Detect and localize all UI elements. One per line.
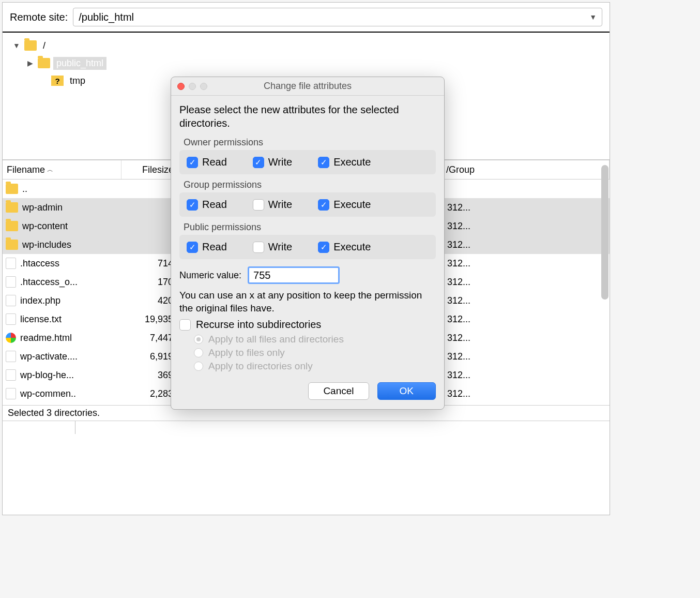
- file-size: 19,935: [121, 314, 178, 325]
- dialog-title: Change file attributes: [171, 81, 444, 92]
- file-size: 714: [121, 258, 178, 269]
- file-size: 170: [121, 277, 178, 288]
- file-name: ..: [22, 184, 27, 195]
- public-permissions: Public permissions ✓Read Write ✓Execute: [179, 220, 436, 259]
- folder-icon: [24, 40, 37, 51]
- bottom-splitter[interactable]: [3, 421, 610, 434]
- cancel-button[interactable]: Cancel: [308, 382, 369, 400]
- checkmark-icon: ✓: [187, 157, 198, 168]
- folder-icon: [6, 184, 18, 194]
- group-read-checkbox[interactable]: ✓Read: [187, 199, 227, 211]
- file-name: wp-admin: [22, 202, 63, 213]
- tree-root-label: /: [40, 39, 49, 52]
- numeric-value-input[interactable]: [248, 266, 340, 284]
- public-write-checkbox[interactable]: Write: [253, 241, 292, 253]
- file-size: 369: [121, 370, 178, 381]
- dialog-titlebar[interactable]: Change file attributes: [171, 77, 444, 96]
- change-attributes-dialog: Change file attributes Please select the…: [171, 77, 445, 410]
- file-icon: [6, 369, 16, 381]
- expand-icon[interactable]: ▶: [25, 59, 35, 67]
- checkbox-icon: [179, 319, 191, 331]
- file-name: wp-commen..: [20, 388, 76, 399]
- checkmark-icon: ✓: [253, 157, 264, 168]
- chevron-down-icon[interactable]: ▼: [589, 13, 597, 21]
- public-execute-checkbox[interactable]: ✓Execute: [318, 241, 371, 253]
- checkmark-icon: ✓: [187, 199, 198, 211]
- file-size: 420: [121, 295, 178, 306]
- dialog-instruction: Please select the new attributes for the…: [179, 103, 436, 130]
- file-name: wp-includes: [22, 240, 71, 250]
- remote-site-bar: Remote site: /public_html ▼: [3, 3, 610, 33]
- numeric-value-row: Numeric value:: [179, 266, 436, 284]
- tree-root[interactable]: ▼ /: [12, 37, 600, 54]
- unknown-folder-icon: ?: [51, 76, 64, 86]
- col-filename-label: Filename: [7, 165, 45, 175]
- file-icon: [6, 388, 16, 399]
- apply-dirs-radio: Apply to directories only: [194, 361, 436, 372]
- file-name: index.php: [20, 295, 60, 306]
- col-filesize-label: Filesize: [142, 165, 174, 175]
- checkbox-icon: [253, 242, 264, 253]
- file-icon: [6, 276, 16, 288]
- apply-files-radio: Apply to files only: [194, 347, 436, 358]
- dialog-body: Please select the new attributes for the…: [171, 96, 444, 409]
- tree-item-label: public_html: [53, 57, 106, 70]
- folder-icon: [6, 221, 18, 231]
- col-filesize[interactable]: Filesize: [121, 160, 178, 179]
- apply-all-radio: Apply to all files and directories: [194, 334, 436, 345]
- file-icon: [6, 313, 16, 325]
- folder-icon: [38, 58, 50, 68]
- recurse-checkbox[interactable]: Recurse into subdirectories: [179, 319, 436, 331]
- file-name: readme.html: [20, 333, 72, 343]
- tree-item-label: tmp: [67, 74, 88, 87]
- group-write-checkbox[interactable]: Write: [253, 199, 292, 211]
- remote-site-label: Remote site:: [10, 11, 68, 23]
- file-name: .htaccess_o...: [20, 277, 78, 288]
- file-icon: [6, 295, 16, 306]
- group-permissions: Group permissions ✓Read Write ✓Execute: [179, 177, 436, 217]
- col-filename[interactable]: Filename ︿: [3, 160, 121, 179]
- checkmark-icon: ✓: [318, 157, 329, 168]
- tree-item-public-html[interactable]: ▶ public_html: [25, 54, 600, 72]
- group-title: Group permissions: [179, 177, 436, 192]
- html-icon: [6, 333, 16, 343]
- file-size: 2,283: [121, 388, 178, 399]
- public-read-checkbox[interactable]: ✓Read: [187, 241, 227, 253]
- owner-permissions: Owner permissions ✓Read ✓Write ✓Execute: [179, 135, 436, 174]
- dialog-buttons: Cancel OK: [179, 382, 436, 400]
- file-icon: [6, 351, 16, 362]
- remote-path-input[interactable]: /public_html ▼: [73, 8, 602, 26]
- recurse-label: Recurse into subdirectories: [196, 319, 321, 331]
- file-size: 7,447: [121, 333, 178, 343]
- checkmark-icon: ✓: [187, 242, 198, 253]
- owner-read-checkbox[interactable]: ✓Read: [187, 156, 227, 168]
- scrollbar-vertical[interactable]: [601, 165, 608, 300]
- collapse-icon[interactable]: ▼: [12, 41, 21, 50]
- owner-write-checkbox[interactable]: ✓Write: [253, 156, 292, 168]
- numeric-label: Numeric value:: [179, 270, 241, 281]
- radio-icon: [194, 362, 203, 371]
- file-size: 6,919: [121, 351, 178, 362]
- col-group-label: /Group: [446, 165, 475, 175]
- folder-icon: [6, 240, 18, 250]
- file-name: wp-content: [22, 221, 68, 232]
- file-name: wp-activate....: [20, 351, 78, 362]
- owner-title: Owner permissions: [179, 135, 436, 150]
- remote-path-value: /public_html: [79, 11, 134, 23]
- group-execute-checkbox[interactable]: ✓Execute: [318, 199, 371, 211]
- checkmark-icon: ✓: [318, 199, 329, 211]
- file-name: .htaccess: [20, 258, 59, 269]
- radio-icon: [194, 348, 203, 357]
- checkbox-icon: [253, 199, 264, 211]
- ok-button[interactable]: OK: [377, 382, 436, 400]
- file-icon: [6, 258, 16, 269]
- numeric-hint: You can use an x at any position to keep…: [179, 289, 436, 315]
- sort-asc-icon: ︿: [47, 166, 53, 174]
- file-name: license.txt: [20, 314, 62, 325]
- folder-icon: [6, 202, 18, 213]
- radio-icon: [194, 335, 203, 344]
- owner-execute-checkbox[interactable]: ✓Execute: [318, 156, 371, 168]
- public-title: Public permissions: [179, 220, 436, 235]
- file-name: wp-blog-he...: [20, 370, 74, 381]
- checkmark-icon: ✓: [318, 242, 329, 253]
